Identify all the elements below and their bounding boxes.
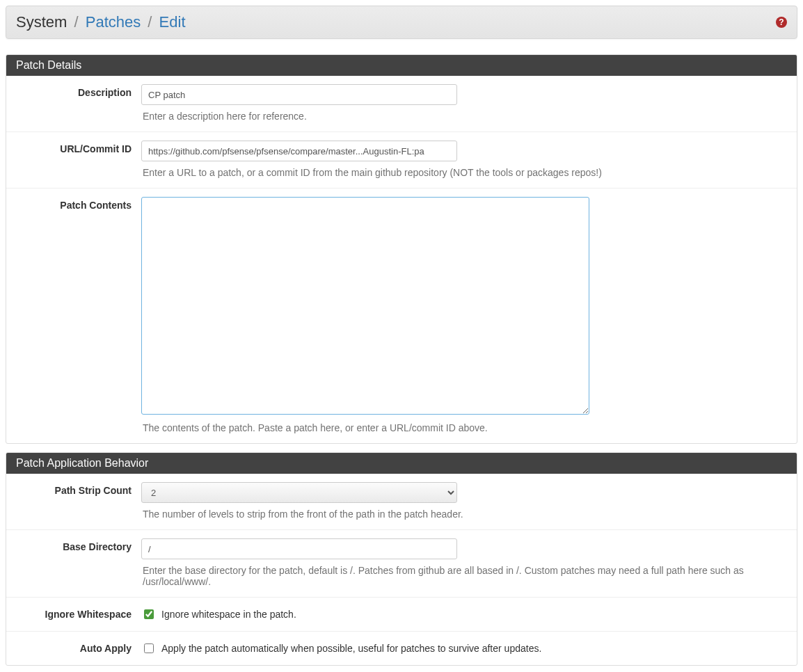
row-ignore-whitespace: Ignore Whitespace Ignore whitespace in t… — [6, 597, 797, 631]
label-base-directory: Base Directory — [16, 538, 141, 587]
select-strip-count[interactable]: 2 — [141, 482, 457, 503]
help-url-commit: Enter a URL to a patch, or a commit ID f… — [143, 167, 787, 178]
page-header: System / Patches / Edit ? — [6, 6, 797, 39]
panel-heading: Patch Application Behavior — [6, 453, 797, 474]
breadcrumb: System / Patches / Edit — [16, 13, 186, 31]
label-strip-count: Path Strip Count — [16, 482, 141, 520]
help-icon[interactable]: ? — [776, 17, 787, 28]
checkbox-ignore-whitespace[interactable] — [144, 609, 154, 619]
label-description: Description — [16, 84, 141, 122]
row-patch-contents: Patch Contents The contents of the patch… — [6, 188, 797, 443]
panel-patch-behavior: Patch Application Behavior Path Strip Co… — [6, 452, 797, 666]
row-url-commit: URL/Commit ID Enter a URL to a patch, or… — [6, 131, 797, 188]
row-strip-count: Path Strip Count 2 The number of levels … — [6, 474, 797, 529]
breadcrumb-sep: / — [148, 13, 152, 31]
input-url-commit[interactable] — [141, 141, 457, 161]
label-url-commit: URL/Commit ID — [16, 141, 141, 178]
input-description[interactable] — [141, 84, 457, 105]
textarea-patch-contents[interactable] — [141, 197, 589, 415]
breadcrumb-sep: / — [74, 13, 78, 31]
help-strip-count: The number of levels to strip from the f… — [143, 509, 787, 520]
row-description: Description Enter a description here for… — [6, 76, 797, 131]
text-auto-apply: Apply the patch automatically when possi… — [161, 643, 541, 654]
label-ignore-whitespace: Ignore Whitespace — [16, 606, 141, 621]
label-patch-contents: Patch Contents — [16, 197, 141, 433]
breadcrumb-edit-link[interactable]: Edit — [159, 13, 186, 31]
label-auto-apply: Auto Apply — [16, 640, 141, 655]
breadcrumb-patches-link[interactable]: Patches — [86, 13, 141, 31]
input-base-directory[interactable] — [141, 538, 457, 559]
row-base-directory: Base Directory Enter the base directory … — [6, 529, 797, 597]
help-description: Enter a description here for reference. — [143, 111, 787, 122]
text-ignore-whitespace: Ignore whitespace in the patch. — [161, 609, 296, 620]
breadcrumb-root: System — [16, 13, 67, 31]
panel-patch-details: Patch Details Description Enter a descri… — [6, 54, 797, 444]
help-base-directory: Enter the base directory for the patch, … — [143, 565, 787, 587]
panel-heading: Patch Details — [6, 55, 797, 76]
checkbox-auto-apply[interactable] — [144, 643, 154, 653]
row-auto-apply: Auto Apply Apply the patch automatically… — [6, 631, 797, 665]
help-patch-contents: The contents of the patch. Paste a patch… — [143, 422, 787, 433]
